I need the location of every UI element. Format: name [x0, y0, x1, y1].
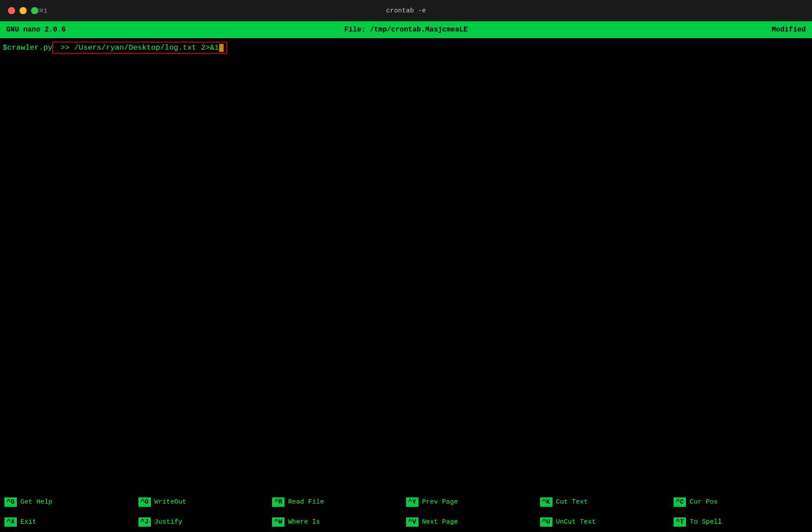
- shortcut-label: Cut Text: [556, 498, 588, 506]
- shortcut-item[interactable]: ^RRead File: [272, 497, 406, 507]
- shortcut-label: Get Help: [20, 498, 52, 506]
- shortcut-item[interactable]: ^CCur Pos: [674, 497, 808, 507]
- shortcut-key: ^J: [138, 517, 151, 527]
- shortcut-key: ^R: [272, 497, 284, 507]
- minimize-button[interactable]: [20, 7, 27, 14]
- title-bar: ⌥⌘1 crontab -e: [0, 0, 812, 21]
- shortcut-item[interactable]: ^GGet Help: [4, 497, 138, 507]
- shortcut-item[interactable]: ^TTo Spell: [674, 517, 808, 527]
- shortcut-item[interactable]: ^JJustify: [138, 517, 272, 527]
- shortcut-item[interactable]: ^XExit: [4, 517, 138, 527]
- keyboard-shortcut: ⌥⌘1: [35, 7, 47, 15]
- shortcut-item[interactable]: ^VNext Page: [406, 517, 540, 527]
- line-highlighted-content: >> /Users/ryan/Desktop/log.txt 2>&1: [56, 43, 219, 52]
- shortcut-key: ^K: [540, 497, 552, 507]
- shortcut-key: ^T: [674, 517, 686, 527]
- window-controls: [8, 7, 38, 14]
- shortcut-label: To Spell: [690, 518, 721, 526]
- shortcut-key: ^X: [4, 517, 17, 527]
- shortcut-item[interactable]: ^KCut Text: [540, 497, 674, 507]
- shortcuts-row-1: ^GGet Help^OWriteOut^RRead File^YPrev Pa…: [0, 492, 812, 512]
- editor-area[interactable]: $crawler.py >> /Users/ryan/Desktop/log.t…: [0, 38, 812, 492]
- shortcut-key: ^O: [138, 497, 151, 507]
- shortcut-key: ^U: [540, 517, 552, 527]
- shortcut-key: ^V: [406, 517, 418, 527]
- shortcut-item[interactable]: ^OWriteOut: [138, 497, 272, 507]
- nano-version: GNU nano 2.0.6: [6, 26, 66, 34]
- shortcut-label: Read File: [288, 498, 324, 506]
- shortcut-label: Prev Page: [422, 498, 458, 506]
- shortcut-item[interactable]: ^UUnCut Text: [540, 517, 674, 527]
- shortcut-key: ^Y: [406, 497, 418, 507]
- text-cursor: [219, 44, 224, 52]
- modified-indicator: Modified: [772, 26, 806, 34]
- shortcut-item[interactable]: ^YPrev Page: [406, 497, 540, 507]
- shortcut-key: ^W: [272, 517, 284, 527]
- shortcut-label: UnCut Text: [556, 518, 596, 526]
- shortcut-label: Where Is: [288, 518, 320, 526]
- shortcut-label: Justify: [154, 518, 182, 526]
- shortcut-item[interactable]: ^WWhere Is: [272, 517, 406, 527]
- shortcut-label: Exit: [20, 518, 36, 526]
- editor-line-1: $crawler.py >> /Users/ryan/Desktop/log.t…: [3, 42, 809, 54]
- shortcut-key: ^G: [4, 497, 17, 507]
- line-static-text: $crawler.py: [3, 43, 52, 52]
- shortcuts-bar: ^GGet Help^OWriteOut^RRead File^YPrev Pa…: [0, 492, 812, 532]
- file-path: File: /tmp/crontab.MasjcmeaLE: [344, 26, 468, 34]
- shortcut-label: WriteOut: [154, 498, 186, 506]
- shortcut-key: ^C: [674, 497, 686, 507]
- shortcuts-row-2: ^XExit^JJustify^WWhere Is^VNext Page^UUn…: [0, 512, 812, 532]
- close-button[interactable]: [8, 7, 15, 14]
- line-highlighted-text: >> /Users/ryan/Desktop/log.txt 2>&1: [52, 42, 227, 54]
- shortcut-label: Cur Pos: [690, 498, 717, 506]
- status-bar: GNU nano 2.0.6 File: /tmp/crontab.Masjcm…: [0, 21, 812, 38]
- window-title: crontab -e: [386, 7, 426, 15]
- shortcut-label: Next Page: [422, 518, 458, 526]
